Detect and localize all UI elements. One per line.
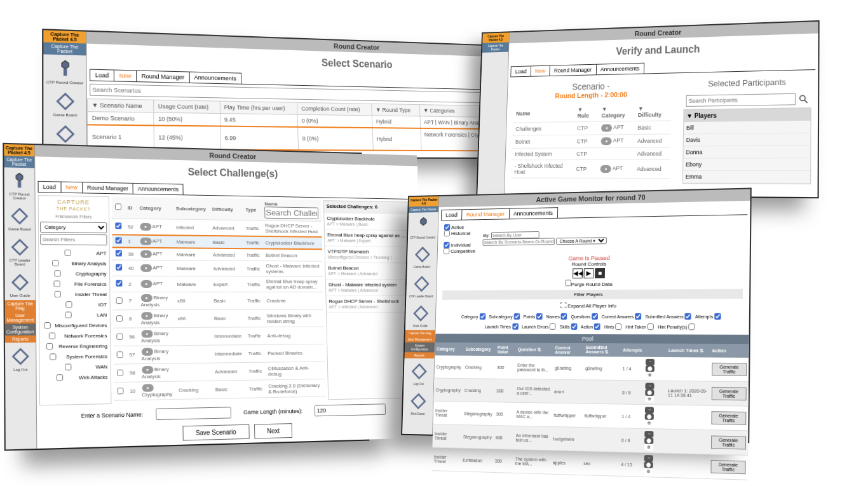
- challenge-row[interactable]: 7● Binary Analysisx86BasicTrafficCrackme: [112, 292, 323, 309]
- minus-icon[interactable]: −: [645, 407, 654, 413]
- challenge-search-input[interactable]: [264, 207, 318, 219]
- skill-icon[interactable]: ⬤: [646, 365, 654, 372]
- challenge-row[interactable]: 38● APTMalwareAdvancedTrafficBotnet Beac…: [112, 247, 322, 261]
- filter-item[interactable]: File Forensics: [41, 278, 107, 288]
- next-button[interactable]: Next: [254, 423, 293, 438]
- filter-item[interactable]: Misconfigured Devices: [42, 320, 107, 331]
- col-name[interactable]: ▼ Scenario Name: [87, 98, 154, 112]
- logout-icon[interactable]: [10, 346, 31, 366]
- expand-icon[interactable]: ⊕: [646, 372, 654, 378]
- column-toggle[interactable]: Attempts: [695, 313, 721, 320]
- col-type[interactable]: ▼ Round Type: [372, 104, 420, 116]
- ctp-creator-icon[interactable]: [10, 172, 29, 191]
- column-toggle[interactable]: Action: [581, 323, 600, 330]
- logout-icon[interactable]: [410, 362, 428, 381]
- expand-icon[interactable]: ⊕: [645, 396, 654, 402]
- competitive-checkbox[interactable]: Competitive: [444, 248, 476, 254]
- expand-icon[interactable]: ⊕: [644, 444, 653, 451]
- challenge-row[interactable]: 8● Binary Analysisx86BasicTrafficWindows…: [112, 309, 324, 328]
- category-select[interactable]: Category: [40, 222, 107, 233]
- stop-button[interactable]: ■: [595, 268, 605, 278]
- pool-row[interactable]: CryptographyCracking300Enter the passwor…: [434, 355, 749, 381]
- challenge-row[interactable]: 10● CryptographyCrackingBasicTrafficCrac…: [114, 379, 326, 400]
- challenge-row[interactable]: 40● APTMalwareAdvancedTrafficGhost - Mal…: [112, 260, 323, 276]
- minus-icon[interactable]: −: [644, 431, 653, 438]
- leader-board-icon[interactable]: [55, 124, 76, 144]
- filter-item[interactable]: WAN: [42, 362, 107, 373]
- prev-button[interactable]: ◀◀: [573, 268, 583, 278]
- play-button[interactable]: ▶: [584, 268, 594, 278]
- minus-icon[interactable]: −: [646, 359, 654, 365]
- generate-traffic-button[interactable]: Generate Traffic: [711, 411, 746, 425]
- filter-item[interactable]: System Forensics: [42, 351, 107, 362]
- search-participants-input[interactable]: [686, 93, 796, 107]
- column-toggle[interactable]: Launch Times: [485, 323, 519, 330]
- nav-sys-config[interactable]: System Configuration: [5, 323, 36, 336]
- tab-announcements[interactable]: Announcements: [189, 72, 241, 84]
- column-toggle[interactable]: Names: [546, 313, 567, 320]
- col-usage[interactable]: Usage Count (rate): [154, 100, 220, 113]
- generate-traffic-button[interactable]: Generate Traffic: [712, 363, 747, 376]
- challenge-row[interactable]: 57● Binary AnalysisIntermediateTrafficPa…: [113, 344, 325, 365]
- filter-item[interactable]: IOT: [42, 299, 107, 309]
- user-guide-icon[interactable]: [10, 273, 31, 292]
- nav-ctf[interactable]: Capture The Flag: [5, 300, 36, 312]
- challenge-row[interactable]: 52● APTInfectedAdvancedTrafficRogue DHCP…: [112, 219, 322, 237]
- tab-new[interactable]: New: [114, 70, 137, 82]
- game-length-input[interactable]: [315, 403, 386, 416]
- player-item[interactable]: Bill: [684, 121, 811, 134]
- generate-traffic-button[interactable]: Generate Traffic: [710, 460, 746, 474]
- column-toggle[interactable]: Hints: [604, 323, 622, 330]
- filter-item[interactable]: APT: [41, 247, 106, 258]
- tab-manager[interactable]: Round Manager: [136, 70, 189, 83]
- game-board-icon[interactable]: [10, 207, 29, 226]
- skill-icon[interactable]: ⬤: [645, 413, 654, 419]
- filter-item[interactable]: Insider Threat: [42, 289, 107, 299]
- save-scenario-button[interactable]: Save Scenario: [182, 424, 249, 441]
- filter-item[interactable]: Cryptography: [41, 268, 106, 279]
- select-all-checkbox[interactable]: [115, 203, 121, 210]
- column-toggle[interactable]: Skills: [560, 323, 578, 330]
- col-comp[interactable]: Completion Count (rate): [297, 102, 372, 116]
- game-board-icon[interactable]: [413, 245, 431, 264]
- challenge-row[interactable]: 56● Binary AnalysisIntermediateTrafficAn…: [113, 327, 325, 346]
- filter-item[interactable]: LAN: [42, 309, 107, 320]
- column-toggle[interactable]: Launch Errors: [522, 323, 556, 330]
- leader-board-icon[interactable]: [10, 238, 29, 257]
- skill-icon[interactable]: ⬤: [644, 437, 653, 444]
- ctp-creator-icon[interactable]: [55, 58, 76, 79]
- shutdown-icon[interactable]: [409, 392, 427, 411]
- minus-icon[interactable]: −: [646, 383, 654, 389]
- expand-icon[interactable]: ⊕: [645, 420, 654, 427]
- player-item[interactable]: Donna: [683, 146, 810, 158]
- historical-checkbox[interactable]: Historical: [444, 230, 476, 236]
- scenario-name-input[interactable]: [156, 407, 231, 420]
- player-item[interactable]: Davis: [684, 133, 811, 147]
- column-toggle[interactable]: Hint Penalty(s): [658, 323, 695, 330]
- skill-icon[interactable]: ⬤: [645, 390, 654, 396]
- expand-icon[interactable]: ⊕: [644, 468, 653, 475]
- generate-traffic-button[interactable]: Generate Traffic: [711, 387, 746, 400]
- challenge-row[interactable]: 2● APTMalwareExpertTrafficEternal Blue h…: [112, 276, 323, 292]
- filter-item[interactable]: Binary Analysis: [41, 258, 106, 269]
- column-toggle[interactable]: Subcategory: [489, 313, 520, 320]
- filter-item[interactable]: Network Forensics: [42, 330, 107, 341]
- search-icon[interactable]: [798, 93, 809, 104]
- leader-board-icon[interactable]: [412, 274, 430, 293]
- column-toggle[interactable]: Submitted Answers: [645, 313, 691, 320]
- tab-load[interactable]: Load: [90, 69, 114, 81]
- search-scenario-input[interactable]: [483, 238, 555, 245]
- purge-checkbox[interactable]: Purge Round Data: [565, 281, 613, 287]
- filter-item[interactable]: Reverse Engineering: [42, 341, 107, 351]
- col-play[interactable]: Play Time (hrs per user): [220, 101, 297, 114]
- player-item[interactable]: Emma: [683, 171, 810, 184]
- expand-all-checkbox[interactable]: ⛶ Expand All Player Info: [560, 303, 617, 309]
- round-select[interactable]: Choose A Round ▾: [557, 237, 607, 245]
- skill-icon[interactable]: ⬤: [644, 461, 653, 468]
- minus-icon[interactable]: −: [644, 455, 653, 462]
- column-toggle[interactable]: Points: [524, 313, 543, 320]
- game-board-icon[interactable]: [55, 91, 76, 112]
- ctp-creator-icon[interactable]: [414, 216, 432, 234]
- filter-item[interactable]: Web Attacks: [43, 372, 108, 383]
- column-toggle[interactable]: Questions: [571, 313, 598, 320]
